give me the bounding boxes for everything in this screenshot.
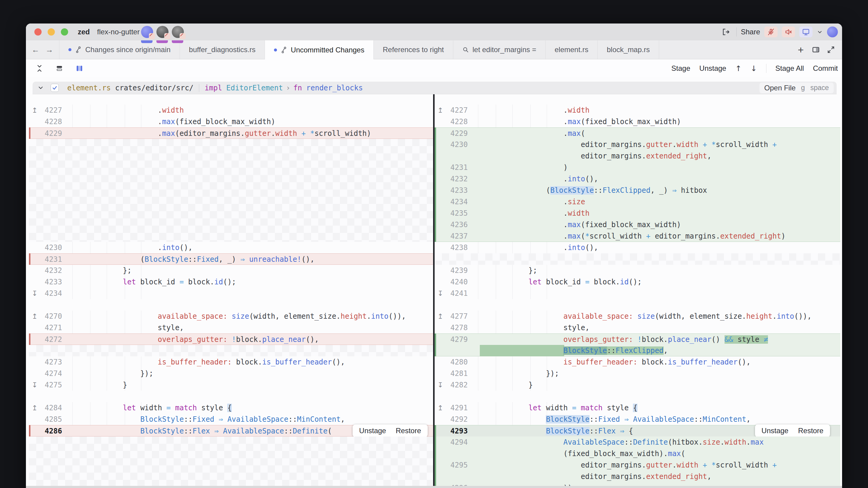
diff-row[interactable]: 4236 .max(fixed_block_max_width) — [435, 219, 840, 230]
line-number[interactable]: 4277 — [444, 311, 468, 322]
diff-row[interactable]: 4228 .max(fixed_block_max_width) — [435, 116, 840, 127]
next-hunk-icon[interactable]: ↓ — [751, 64, 757, 73]
line-number[interactable]: 4232 — [38, 265, 62, 276]
diff-row[interactable]: 4272 overlaps_gutter: !block.place_near(… — [29, 333, 433, 345]
unstage-button[interactable]: Unstage — [699, 64, 726, 73]
diff-row[interactable]: 4239 }; — [435, 265, 840, 276]
line-number[interactable]: 4231 — [444, 162, 468, 173]
line-number[interactable]: 4228 — [444, 116, 468, 127]
diff-row[interactable]: 4231 ) — [435, 162, 840, 173]
expand-down-icon[interactable]: ↧ — [31, 379, 38, 391]
diff-row[interactable]: ↥4284 let width = match style { — [29, 402, 433, 414]
diff-row[interactable]: 4233 (BlockStyle::FlexClipped, _) ⇒ hitb… — [435, 185, 840, 196]
expand-down-icon[interactable]: ↧ — [436, 288, 444, 299]
breadcrumb-fn[interactable]: fn — [293, 84, 302, 92]
diff-row[interactable]: 4271 style, — [29, 322, 433, 333]
line-number[interactable]: 4281 — [444, 368, 468, 379]
collaborator-avatar[interactable] — [172, 26, 184, 38]
line-number[interactable]: 4296 — [444, 482, 468, 486]
line-number[interactable]: 4280 — [444, 356, 468, 368]
speaker-muted-icon[interactable] — [782, 27, 795, 37]
expand-up-icon[interactable]: ↥ — [31, 104, 38, 116]
diff-row[interactable]: 4235 .width — [435, 207, 840, 219]
line-number[interactable]: 4270 — [38, 311, 62, 322]
stage-button[interactable]: Stage — [672, 64, 690, 73]
minimize-window-button[interactable] — [48, 28, 55, 36]
diff-row[interactable]: ↧4234 — [29, 288, 433, 299]
line-number[interactable]: 4229 — [444, 128, 468, 139]
diff-row[interactable]: 4238 .into(), — [435, 242, 840, 253]
diff-row[interactable]: 4296 )) — [435, 482, 840, 486]
diff-row[interactable]: 4285 BlockStyle::Fixed ⇒ AvailableSpace:… — [29, 414, 433, 425]
tab-element-rs[interactable]: element.rs — [546, 40, 598, 59]
line-number[interactable]: 4228 — [38, 116, 62, 127]
line-number[interactable]: 4294 — [444, 436, 468, 448]
expand-up-icon[interactable]: ↥ — [436, 402, 444, 414]
diff-row[interactable]: ↧4241 — [435, 288, 840, 299]
collaborator-avatar[interactable] — [141, 26, 153, 38]
line-number[interactable]: 4230 — [444, 139, 468, 150]
user-avatar[interactable] — [827, 27, 838, 37]
leave-call-icon[interactable] — [719, 26, 732, 38]
diff-row[interactable]: 4273 is_buffer_header: block.is_buffer_h… — [29, 356, 433, 368]
line-number[interactable]: 4229 — [38, 128, 62, 139]
line-number[interactable]: 4234 — [444, 196, 468, 207]
diff-row[interactable]: editor_margins.extended_right, — [435, 150, 840, 162]
line-number[interactable]: 4237 — [444, 230, 468, 242]
diff-row[interactable]: ↧4275 } — [29, 379, 433, 391]
line-number[interactable]: 4274 — [38, 368, 62, 379]
diff-row[interactable]: 4292 BlockStyle::Fixed ⇒ AvailableSpace:… — [435, 414, 840, 425]
diff-row[interactable]: ↧4282 } — [435, 379, 840, 391]
diff-row[interactable]: 4294 AvailableSpace::Definite(hitbox.siz… — [435, 436, 840, 448]
diff-row[interactable]: ↥4291 let width = match style { — [435, 402, 840, 414]
diff-row[interactable]: ↥4227 .width — [29, 104, 433, 116]
line-number[interactable]: 4236 — [444, 219, 468, 230]
line-number[interactable]: 4227 — [38, 104, 62, 116]
line-number[interactable]: 4231 — [38, 254, 62, 265]
commit-button[interactable]: Commit — [813, 64, 838, 73]
diff-row[interactable]: 4295 editor_margins.gutter.width + *scro… — [435, 459, 840, 471]
line-number[interactable]: 4295 — [444, 459, 468, 471]
prev-hunk-icon[interactable]: ↑ — [735, 64, 742, 73]
stacked-diff-view-icon[interactable] — [53, 62, 66, 75]
line-number[interactable]: 4234 — [38, 288, 62, 299]
diff-row[interactable]: ↥4227 .width — [435, 104, 840, 116]
diff-row[interactable]: 4232 }; — [29, 265, 433, 276]
nav-forward-icon[interactable]: → — [44, 44, 55, 55]
diff-row[interactable]: 4278 style, — [435, 322, 840, 333]
split-pane-icon[interactable] — [809, 43, 822, 56]
diff-row[interactable]: 4228 .max(fixed_block_max_width) — [29, 116, 433, 127]
file-name[interactable]: element.rs — [67, 84, 111, 92]
diff-row[interactable]: 4234 .size — [435, 196, 840, 207]
diff-row[interactable]: 4240 let block_id = block.id(); — [435, 276, 840, 288]
line-number[interactable]: 4278 — [444, 322, 468, 333]
diff-row[interactable]: ↥4277 available_space: size(width, eleme… — [435, 311, 840, 322]
line-number[interactable]: 4285 — [38, 414, 62, 425]
tab-uncommitted-changes[interactable]: Uncommitted Changes — [265, 40, 374, 59]
diff-row[interactable]: (fixed_block_max_width).max( — [435, 448, 840, 459]
line-number[interactable]: 4275 — [38, 379, 62, 391]
diff-row[interactable]: 4229 .max( — [435, 127, 840, 139]
share-button[interactable]: Share — [741, 28, 760, 36]
close-window-button[interactable] — [34, 28, 41, 36]
project-name[interactable]: flex-no-gutter — [97, 24, 140, 40]
line-number[interactable]: 4291 — [444, 402, 468, 414]
expand-up-icon[interactable]: ↥ — [436, 311, 444, 322]
diff-row[interactable]: 4229 .max(editor_margins.gutter.width + … — [29, 127, 433, 139]
file-path[interactable]: crates/editor/src/ — [111, 84, 194, 92]
line-number[interactable]: 4279 — [444, 334, 468, 345]
screen-share-icon[interactable] — [799, 27, 812, 37]
line-number[interactable]: 4284 — [38, 402, 62, 414]
open-file-button[interactable]: Open File — [764, 84, 796, 92]
line-number[interactable]: 4292 — [444, 414, 468, 425]
restore-hunk-button[interactable]: Restore — [396, 427, 421, 435]
diff-row[interactable]: 4230 .into(), — [29, 242, 433, 253]
tab-changes-since-origin-main[interactable]: Changes since origin/main — [59, 40, 180, 59]
line-number[interactable]: 4282 — [444, 379, 468, 391]
line-number[interactable]: 4227 — [444, 104, 468, 116]
chevron-down-icon[interactable] — [817, 29, 823, 35]
line-number[interactable]: 4271 — [38, 322, 62, 333]
diff-row[interactable]: 4233 let block_id = block.id(); — [29, 276, 433, 288]
collaborator-avatar[interactable] — [156, 26, 168, 38]
collapse-file-chevron-icon[interactable] — [37, 85, 44, 91]
